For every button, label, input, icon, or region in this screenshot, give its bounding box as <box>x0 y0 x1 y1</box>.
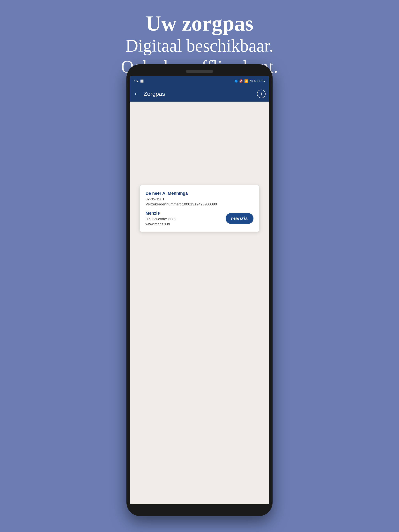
card-insurer-info: Menzis UZOVI-code: 3332 www.menzis.nl <box>146 211 176 226</box>
status-icons-right: 🔷 🔇 📶 74% 11:37 <box>234 79 265 83</box>
play-icon: ▶ <box>137 79 139 82</box>
screen-content: De heer A. Menninga 02-05-1981 Verzekerd… <box>130 102 269 504</box>
screen-icon: ⬜ <box>140 79 144 82</box>
insurance-card: De heer A. Menninga 02-05-1981 Verzekerd… <box>140 185 259 232</box>
menzis-logo: menzis <box>225 213 253 224</box>
back-button[interactable]: ← <box>134 90 140 97</box>
time-display: 11:37 <box>257 79 265 83</box>
status-icons-left: ↑ ▶ ⬜ <box>134 79 144 83</box>
insurance-number-value: 10001312423908890 <box>182 202 217 206</box>
insurance-number-label: Verzekerdennummer: <box>146 202 181 206</box>
upload-icon: ↑ <box>134 79 135 83</box>
app-toolbar: ← Zorgpas i <box>130 86 269 102</box>
card-dob: 02-05-1981 <box>146 197 253 201</box>
uzovi-label: UZOVI-code: <box>146 217 167 221</box>
phone-frame: ↑ ▶ ⬜ 🔷 🔇 📶 74% 11:37 ← Zorgpas i De hee… <box>126 64 273 516</box>
card-insurance-number: Verzekerdennummer: 10001312423908890 <box>146 202 253 206</box>
card-website: www.menzis.nl <box>146 222 176 226</box>
bluetooth-icon: 🔷 <box>234 79 238 83</box>
card-uzovi: UZOVI-code: 3332 <box>146 217 176 221</box>
uzovi-value: 3332 <box>168 217 176 221</box>
wifi-icon: 📶 <box>244 79 248 83</box>
card-bottom: Menzis UZOVI-code: 3332 www.menzis.nl me… <box>146 211 253 226</box>
status-bar: ↑ ▶ ⬜ 🔷 🔇 📶 74% 11:37 <box>130 76 269 86</box>
battery-text: 74% <box>249 79 256 83</box>
mute-icon: 🔇 <box>239 79 243 83</box>
phone-speaker <box>186 70 213 73</box>
toolbar-title: Zorgpas <box>144 90 253 97</box>
card-name: De heer A. Menninga <box>146 191 253 196</box>
menzis-logo-text: menzis <box>231 216 248 221</box>
card-insurer-name: Menzis <box>146 211 176 216</box>
subtitle-line1: Digitaal beschikbaar. <box>125 36 274 55</box>
info-button[interactable]: i <box>257 89 265 98</box>
phone-screen: ↑ ▶ ⬜ 🔷 🔇 📶 74% 11:37 ← Zorgpas i De hee… <box>130 76 269 504</box>
headline-title: Uw zorgpas <box>16 12 383 35</box>
